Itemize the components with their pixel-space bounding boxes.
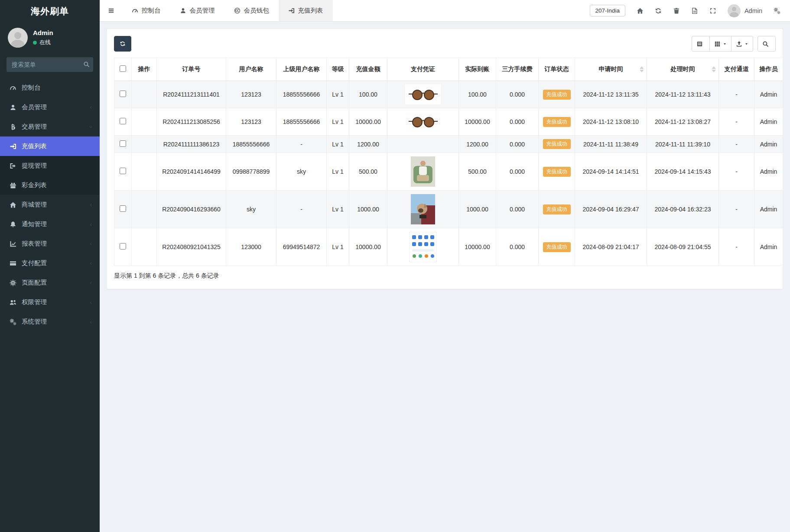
cell-channel: - xyxy=(719,191,754,228)
columns-button[interactable] xyxy=(710,36,731,52)
sidebar-item-支付配置[interactable]: 支付配置 xyxy=(0,253,100,273)
tab-充值列表[interactable]: 充值列表 xyxy=(279,0,333,21)
cell-channel: - xyxy=(719,81,754,108)
chevleft-icon xyxy=(89,242,93,246)
sidebar-search-button[interactable] xyxy=(79,57,93,72)
file-icon xyxy=(691,7,698,14)
home-button[interactable] xyxy=(637,7,644,14)
cell-level: Lv 1 xyxy=(327,191,349,228)
cogs-icon xyxy=(774,7,780,14)
tab-会员管理[interactable]: 会员管理 xyxy=(170,0,224,21)
cell-status: 充值成功 xyxy=(539,228,575,266)
sidebar-item-权限管理[interactable]: 权限管理 xyxy=(0,292,100,312)
cell-parent-user: 69949514872 xyxy=(276,228,327,266)
refresh-button[interactable] xyxy=(655,7,662,14)
sidebar-item-报表管理[interactable]: 报表管理 xyxy=(0,234,100,253)
nav-tabs: 控制台 会员管理 会员钱包 充值列表 xyxy=(122,0,333,21)
cell-actions xyxy=(132,136,157,153)
column-header-充值金额: 充值金额 xyxy=(349,58,387,81)
cell-actual: 500.00 xyxy=(459,153,496,191)
pagination-summary: 显示第 1 到第 6 条记录，总共 6 条记录 xyxy=(114,272,776,280)
select-all-cell xyxy=(114,58,132,81)
table-row: R202411111138612318855556666-Lv 11200.00… xyxy=(114,136,783,153)
chevdown-icon xyxy=(89,125,93,129)
row-checkbox[interactable] xyxy=(120,168,126,174)
row-checkbox[interactable] xyxy=(120,243,126,250)
export-button[interactable] xyxy=(731,36,753,52)
region-button[interactable]: 207-India xyxy=(590,5,625,16)
status-badge: 充值成功 xyxy=(543,139,571,149)
cell-status: 充值成功 xyxy=(539,136,575,153)
chevleft-icon xyxy=(89,106,93,110)
cell-apply-time: 2024-08-09 21:04:17 xyxy=(575,228,647,266)
status-badge: 充值成功 xyxy=(543,242,571,252)
cell-parent-user: sky xyxy=(276,153,327,191)
sidebar-item-提现管理[interactable]: 提现管理 xyxy=(0,156,100,175)
payment-voucher-thumbnail[interactable] xyxy=(389,156,457,187)
user-menu[interactable]: Admin xyxy=(728,4,762,17)
cell-apply-time: 2024-11-12 13:08:10 xyxy=(575,108,647,136)
sidebar-item-通知管理[interactable]: 通知管理 xyxy=(0,214,100,234)
chart-line-icon xyxy=(10,240,16,247)
trash-icon xyxy=(673,7,680,14)
chevleft-icon xyxy=(89,281,93,285)
row-checkbox[interactable] xyxy=(120,140,126,147)
user-icon xyxy=(10,104,16,111)
cell-username: 123123 xyxy=(226,108,276,136)
table-tools-right xyxy=(692,36,776,52)
cell-order-no: R2024080921041325 xyxy=(157,228,226,266)
table-search-button[interactable] xyxy=(757,36,776,52)
row-checkbox[interactable] xyxy=(120,91,126,97)
status-badge: 充值成功 xyxy=(543,90,571,100)
column-header-申请时间[interactable]: 申请时间 xyxy=(575,58,647,81)
cell-voucher xyxy=(387,228,459,266)
payment-voucher-thumbnail[interactable] xyxy=(389,112,457,132)
sort-toggle[interactable] xyxy=(712,66,716,72)
detail-view-button[interactable] xyxy=(692,36,710,52)
row-checkbox[interactable] xyxy=(120,205,126,212)
cell-process-time: 2024-09-04 16:32:23 xyxy=(647,191,719,228)
cell-operator: Admin xyxy=(754,81,783,108)
sidebar-item-彩金列表[interactable]: 彩金列表 xyxy=(0,175,100,195)
sidebar-item-充值列表[interactable]: 充值列表 xyxy=(0,136,100,156)
sidebar-item-会员管理[interactable]: 会员管理 xyxy=(0,97,100,117)
cell-voucher xyxy=(387,136,459,153)
cell-amount: 10000.00 xyxy=(349,228,387,266)
chevleft-icon xyxy=(89,203,93,207)
cell-actual: 1200.00 xyxy=(459,136,496,153)
cell-actions xyxy=(132,81,157,108)
hamburger-icon xyxy=(108,7,114,14)
sort-toggle[interactable] xyxy=(640,66,644,72)
sidebar-item-系统管理[interactable]: 系统管理 xyxy=(0,312,100,331)
table-refresh-button[interactable] xyxy=(114,36,131,52)
payment-voucher-thumbnail[interactable] xyxy=(389,84,457,104)
cell-operator: Admin xyxy=(754,228,783,266)
settings-button[interactable] xyxy=(774,7,780,14)
sidebar-item-页面配置[interactable]: 页面配置 xyxy=(0,273,100,292)
cell-amount: 100.00 xyxy=(349,81,387,108)
cell-status: 充值成功 xyxy=(539,153,575,191)
clear-cache-button[interactable] xyxy=(691,7,698,14)
cell-operator: Admin xyxy=(754,191,783,228)
fullscreen-button[interactable] xyxy=(709,7,716,14)
row-checkbox[interactable] xyxy=(120,118,126,124)
column-header-处理时间[interactable]: 处理时间 xyxy=(647,58,719,81)
select-all-checkbox[interactable] xyxy=(120,65,126,72)
tab-会员钱包[interactable]: 会员钱包 xyxy=(224,0,279,21)
cell-level: Lv 1 xyxy=(327,81,349,108)
sidebar-toggle-button[interactable] xyxy=(100,0,122,21)
sidebar-menu: 控制台 会员管理 交易管理 充值列表 提现管理 彩金列表 商城管理 通知管理 报… xyxy=(0,78,100,331)
payment-voucher-thumbnail[interactable] xyxy=(389,232,457,262)
cell-fee: 0.000 xyxy=(496,136,539,153)
tab-控制台[interactable]: 控制台 xyxy=(122,0,170,21)
home-icon xyxy=(637,7,644,14)
trash-button[interactable] xyxy=(673,7,680,14)
tab-label: 充值列表 xyxy=(298,6,323,15)
sidebar-item-商城管理[interactable]: 商城管理 xyxy=(0,195,100,214)
payment-voucher-thumbnail[interactable] xyxy=(389,194,457,224)
sidebar-item-label: 彩金列表 xyxy=(22,181,93,189)
sidebar-item-控制台[interactable]: 控制台 xyxy=(0,78,100,97)
sidebar-item-交易管理[interactable]: 交易管理 xyxy=(0,117,100,136)
cell-order-no: R2024090416293660 xyxy=(157,191,226,228)
search-icon xyxy=(762,41,769,47)
